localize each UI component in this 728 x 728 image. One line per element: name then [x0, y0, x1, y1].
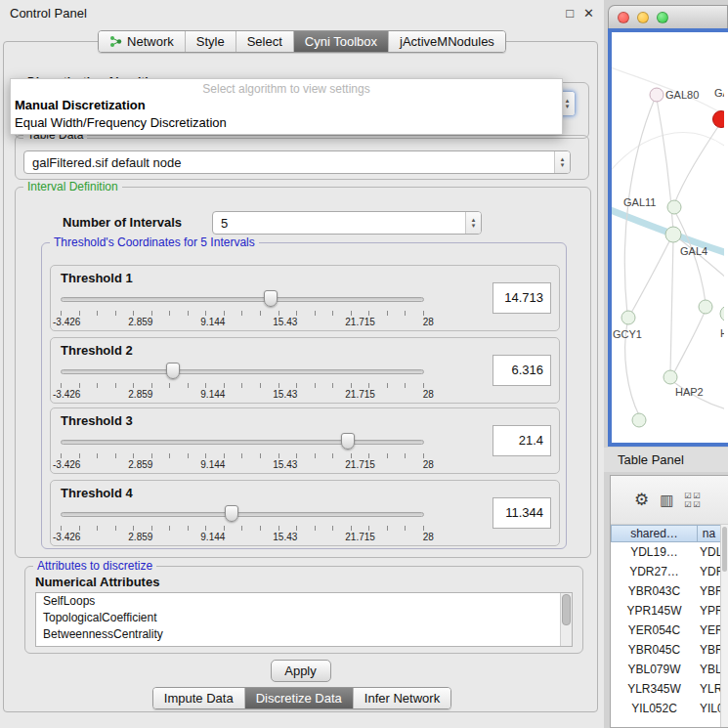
- cell[interactable]: YPR1: [698, 604, 721, 618]
- table-row[interactable]: YBR043CYBR0: [611, 581, 721, 601]
- dropdown-item-equal-width[interactable]: Equal Width/Frequency Discretization: [11, 114, 562, 132]
- tab-label: Impute Data: [164, 691, 234, 706]
- slider-track[interactable]: [61, 297, 424, 302]
- column-header-shared-name[interactable]: shared…: [611, 525, 698, 542]
- tab-select[interactable]: Select: [236, 31, 293, 52]
- num-intervals-label: Number of Intervals: [63, 215, 182, 230]
- threshold-value-field[interactable]: 21.4: [492, 425, 551, 456]
- cell[interactable]: YBL0: [698, 663, 721, 676]
- node-selected-red[interactable]: [713, 111, 725, 128]
- network-view-window: GAL80 GA GAL11 GAL4 GCY1 H HAP2: [608, 5, 728, 447]
- slider-thumb[interactable]: [166, 363, 180, 379]
- tab-impute-data[interactable]: Impute Data: [153, 688, 244, 708]
- tab-infer-network[interactable]: Infer Network: [353, 688, 450, 708]
- threshold-slider[interactable]: [61, 432, 424, 451]
- node-unlabeled[interactable]: [720, 306, 724, 321]
- cell[interactable]: YPR145W: [611, 604, 698, 618]
- cell[interactable]: YBR0: [698, 584, 721, 598]
- slider-thumb[interactable]: [341, 433, 355, 450]
- cell[interactable]: YDR27…: [611, 565, 698, 578]
- cell[interactable]: YDR2: [698, 565, 721, 578]
- cell[interactable]: YBR045C: [611, 643, 698, 657]
- table-data-select-value: galFiltered.sif default node: [24, 155, 554, 170]
- dropdown-item-manual-discretization[interactable]: Manual Discretization: [11, 97, 562, 114]
- cell[interactable]: YLR345W: [611, 682, 698, 696]
- node-gal4[interactable]: [665, 227, 681, 242]
- threshold-value-field[interactable]: 6.316: [492, 355, 551, 386]
- close-button[interactable]: [618, 12, 629, 23]
- cell[interactable]: YBL079W: [611, 663, 698, 676]
- stepper-icon[interactable]: ▴ ▾: [554, 151, 570, 173]
- tab-jactivemnodules[interactable]: jActiveMNodules: [388, 31, 505, 52]
- table-row[interactable]: YPR145WYPR1: [611, 601, 721, 621]
- slider-track[interactable]: [61, 512, 424, 517]
- cell[interactable]: YIL052C: [611, 702, 698, 715]
- slider-track[interactable]: [61, 440, 424, 445]
- threshold-value-field[interactable]: 14.713: [492, 282, 551, 314]
- column-header-name[interactable]: na: [698, 525, 721, 542]
- cell[interactable]: YIL0: [698, 702, 721, 715]
- list-item[interactable]: TopologicalCoefficient: [36, 610, 572, 626]
- node-hap2[interactable]: [664, 370, 677, 384]
- slider-thumb[interactable]: [225, 505, 238, 522]
- cell[interactable]: YER054C: [611, 623, 698, 637]
- table-row[interactable]: YER054CYER0: [611, 621, 721, 640]
- cell[interactable]: YLR3: [698, 682, 721, 696]
- zoom-button[interactable]: [657, 12, 668, 23]
- table-panel-titlebar[interactable]: Table Panel: [604, 448, 728, 472]
- cell[interactable]: YDL1: [698, 545, 721, 559]
- columns-icon[interactable]: ▥: [660, 492, 673, 509]
- threshold-slider[interactable]: [61, 504, 424, 524]
- select-all-icon[interactable]: ☑ ☑ ☑ ☑: [684, 492, 702, 509]
- network-canvas[interactable]: GAL80 GA GAL11 GAL4 GCY1 H HAP2: [608, 28, 728, 447]
- network-edges: [624, 99, 724, 415]
- threshold-value-field[interactable]: 11.344: [492, 497, 551, 529]
- scrollbar-thumb[interactable]: [722, 527, 727, 572]
- slider-track[interactable]: [61, 369, 424, 374]
- table-row[interactable]: YBL079WYBL0: [611, 660, 721, 679]
- node-unlabeled[interactable]: [699, 300, 712, 314]
- scale-label: 28: [423, 317, 434, 327]
- cell[interactable]: YBR0: [698, 643, 721, 657]
- node-gal11[interactable]: [667, 200, 681, 214]
- tab-label: Infer Network: [364, 691, 440, 706]
- tab-discretize-data[interactable]: Discretize Data: [244, 688, 353, 708]
- attributes-group-label: Attributes to discretize: [33, 559, 156, 573]
- control-panel-titlebar[interactable]: Control Panel □ ✕: [0, 0, 604, 25]
- node-gcy1[interactable]: [621, 311, 635, 324]
- node-unlabeled[interactable]: [632, 413, 646, 427]
- apply-button[interactable]: Apply: [271, 660, 331, 682]
- table-scrollbar[interactable]: [720, 525, 728, 727]
- num-intervals-select[interactable]: 5 ▴ ▾: [212, 211, 482, 235]
- table-row[interactable]: YBR045CYBR0: [611, 640, 721, 660]
- list-item[interactable]: BetweennessCentrality: [36, 626, 572, 643]
- cell[interactable]: YBR043C: [611, 584, 698, 598]
- table-data-select[interactable]: galFiltered.sif default node ▴ ▾: [23, 150, 571, 174]
- close-panel-icon[interactable]: ✕: [583, 6, 594, 21]
- table-row[interactable]: YLR345WYLR3: [611, 679, 721, 699]
- cell[interactable]: YER0: [698, 623, 721, 637]
- stepper-icon[interactable]: ▴ ▾: [465, 212, 481, 234]
- slider-thumb[interactable]: [264, 290, 278, 307]
- threshold-slider[interactable]: [61, 289, 424, 309]
- checkbox-icon: ☑: [693, 492, 702, 500]
- table-row[interactable]: YIL052CYIL0: [611, 699, 721, 718]
- cell[interactable]: YDL19…: [611, 545, 698, 559]
- network-window-titlebar[interactable]: [608, 5, 728, 28]
- list-item[interactable]: SelfLoops: [36, 593, 572, 610]
- list-scrollbar[interactable]: [560, 593, 572, 646]
- float-window-icon[interactable]: □: [566, 6, 574, 21]
- table-row[interactable]: YDL19…YDL1: [611, 542, 721, 562]
- tab-style[interactable]: Style: [185, 31, 236, 52]
- tab-cyni-toolbox[interactable]: Cyni Toolbox: [293, 31, 388, 52]
- threshold-slider[interactable]: [61, 362, 424, 381]
- attributes-group: Attributes to discretize Numerical Attri…: [24, 566, 583, 654]
- scale-label: 2.859: [128, 317, 152, 327]
- scrollbar-thumb[interactable]: [562, 594, 571, 625]
- node-gal80[interactable]: [650, 88, 664, 102]
- tab-network[interactable]: Network: [99, 31, 185, 52]
- gear-icon[interactable]: ⚙: [634, 490, 649, 510]
- tab-label: Discretize Data: [256, 691, 342, 706]
- minimize-button[interactable]: [637, 12, 649, 23]
- table-row[interactable]: YDR27…YDR2: [611, 562, 721, 581]
